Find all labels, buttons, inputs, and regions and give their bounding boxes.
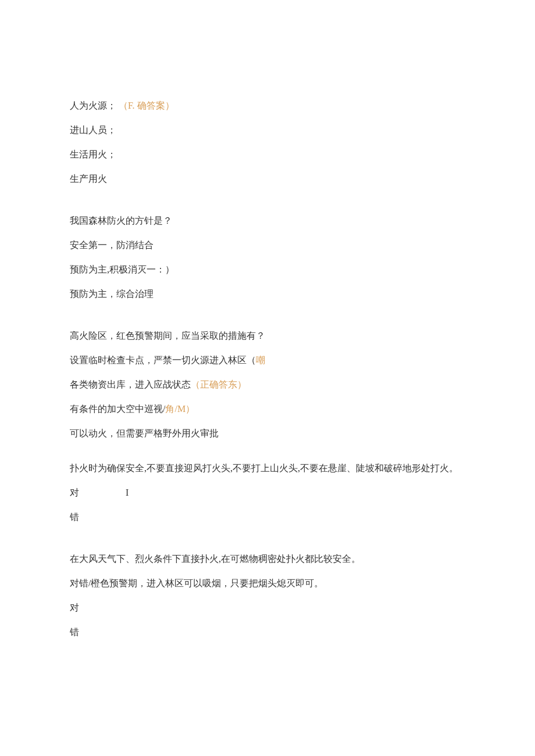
q1-option-a-text: 人为火源；	[70, 101, 116, 110]
q2-option-b: 预防为主,积极消灭一：）	[70, 263, 465, 277]
q4-false: 错	[70, 510, 465, 524]
q1-option-b: 进山人员；	[70, 123, 465, 137]
q1-option-a-annotation: （F. 确答案）	[119, 101, 174, 110]
q3-prompt: 高火险区，红色预警期间，应当采取的措施有？	[70, 329, 465, 343]
q3-option-b-text: 各类物资出库，进入应战状态	[70, 379, 191, 389]
q3-option-c: 有条件的加大空中巡视/角/M）	[70, 402, 465, 416]
q2-option-c: 预防为主，综合治理	[70, 287, 465, 301]
q3-option-b-annotation: （正确答东）	[191, 379, 247, 389]
q2-option-a: 安全第一，防消结合	[70, 238, 465, 252]
q1-option-a: 人为火源； （F. 确答案）	[70, 99, 465, 113]
q4-true-marker: I	[126, 488, 129, 497]
q3-option-c-text: 有条件的加大空中巡视/	[70, 404, 165, 414]
q5-true: 对	[70, 601, 465, 615]
q5-false: 错	[70, 625, 465, 639]
q3-option-c-annotation: 角/M）	[165, 404, 195, 414]
q4-prompt: 扑火时为确保安全,不要直接迎风打火头,不要打上山火头,不要在悬崖、陡坡和破碎地形…	[70, 461, 465, 475]
q3-option-d: 可以动火，但需要严格野外用火审批	[70, 427, 465, 440]
q1-option-c: 生活用火；	[70, 148, 465, 162]
q1-option-d: 生产用火	[70, 172, 465, 186]
q3-option-b: 各类物资出库，进入应战状态（正确答东）	[70, 378, 465, 392]
q4-true: 对I	[70, 486, 465, 500]
q3-option-a: 设置临时检查卡点，严禁一切火源进入林区（嘲	[70, 353, 465, 367]
q5-line2: 对错/橙色预警期，进入林区可以吸烟，只要把烟头熄灭即可。	[70, 576, 465, 590]
q3-option-a-annotation: 嘲	[256, 355, 265, 365]
q4-true-label: 对	[70, 488, 79, 497]
document-page: 人为火源； （F. 确答案） 进山人员； 生活用火； 生产用火 我国森林防火的方…	[0, 0, 535, 719]
q5-line1: 在大风天气下、烈火条件下直接扑火,在可燃物稠密处扑火都比较安全。	[70, 552, 465, 566]
q2-prompt: 我国森林防火的方针是？	[70, 214, 465, 228]
q3-option-a-text: 设置临时检查卡点，严禁一切火源进入林区（	[70, 355, 256, 365]
